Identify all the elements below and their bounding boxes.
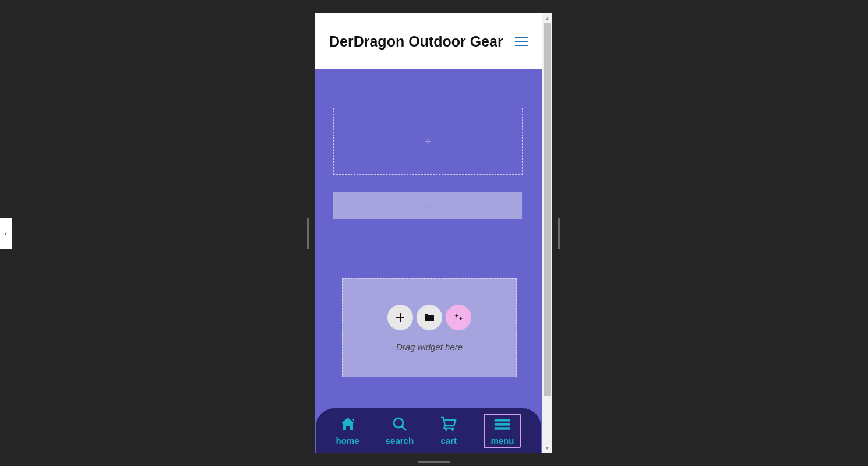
widget-drop-hint: Drag widget here xyxy=(396,342,463,352)
resize-handle-left[interactable] xyxy=(307,218,309,249)
svg-point-0 xyxy=(394,418,403,428)
scrollbar[interactable]: ▴ ▾ xyxy=(542,13,552,453)
scroll-up-icon[interactable]: ▴ xyxy=(542,13,552,23)
app-header: DerDragon Outdoor Gear xyxy=(315,13,542,69)
add-widget-button[interactable] xyxy=(387,305,413,330)
svg-rect-4 xyxy=(495,423,510,425)
scrollbar-thumb[interactable] xyxy=(544,23,551,396)
nav-label: cart xyxy=(440,436,457,446)
resize-handle-bottom[interactable] xyxy=(418,461,450,463)
left-panel-expand[interactable]: ‹ xyxy=(0,218,12,249)
svg-point-1 xyxy=(445,429,447,431)
svg-rect-5 xyxy=(495,427,510,429)
folder-icon xyxy=(424,313,435,322)
menu-icon[interactable] xyxy=(515,37,528,46)
sparkles-icon xyxy=(453,312,464,323)
browse-widget-button[interactable] xyxy=(417,305,442,330)
widget-actions xyxy=(387,305,471,330)
nav-label: search xyxy=(386,436,414,446)
code-icon: </> xyxy=(421,200,434,210)
plus-icon: + xyxy=(424,134,432,149)
bottom-navigation: home search cart menu xyxy=(316,408,541,453)
svg-point-2 xyxy=(451,429,454,431)
preview-frame: ▴ ▾ DerDragon Outdoor Gear + </> xyxy=(315,13,552,453)
content-area: + </> Drag widget here xyxy=(315,69,542,453)
nav-label: menu xyxy=(491,436,514,446)
chevron-left-icon: ‹ xyxy=(5,230,7,238)
ai-widget-button[interactable] xyxy=(446,305,471,330)
nav-menu[interactable]: menu xyxy=(484,414,521,448)
home-icon xyxy=(339,416,357,432)
code-block-placeholder[interactable]: </> xyxy=(333,192,522,219)
widget-drop-zone[interactable]: Drag widget here xyxy=(342,278,517,377)
bars-icon xyxy=(493,416,511,432)
plus-icon xyxy=(396,313,405,322)
nav-cart[interactable]: cart xyxy=(440,416,457,446)
svg-rect-3 xyxy=(495,419,510,421)
nav-search[interactable]: search xyxy=(386,416,414,446)
add-block-zone[interactable]: + xyxy=(333,108,523,175)
scroll-down-icon[interactable]: ▾ xyxy=(542,443,552,453)
app-title: DerDragon Outdoor Gear xyxy=(329,32,503,51)
cart-icon xyxy=(440,416,457,432)
search-icon xyxy=(391,416,408,432)
resize-handle-right[interactable] xyxy=(558,218,560,249)
nav-label: home xyxy=(336,436,359,446)
nav-home[interactable]: home xyxy=(336,416,359,446)
